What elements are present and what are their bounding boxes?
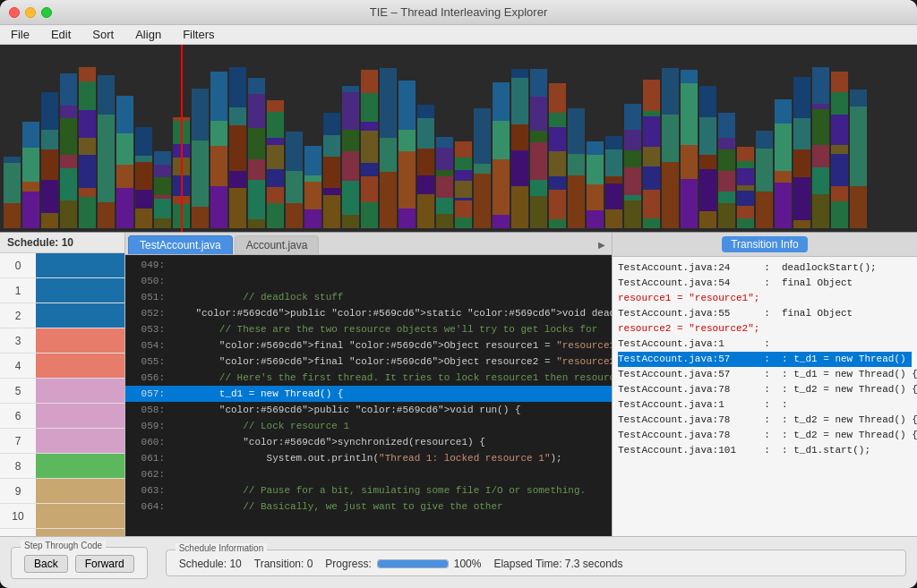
chart-bar-column[interactable] — [587, 48, 604, 228]
schedule-item[interactable]: 4 — [0, 354, 124, 379]
chart-bar-column[interactable] — [399, 48, 416, 228]
chart-bar-column[interactable] — [793, 48, 810, 228]
chart-bar-column[interactable] — [699, 48, 716, 228]
line-code: "color:#569cd6">public "color:#569cd6">v… — [172, 402, 521, 418]
code-line: 060: "color:#569cd6">synchronized(resour… — [125, 434, 612, 450]
transition-file: TestAccount.java:1 — [618, 397, 752, 413]
chart-bar-column[interactable] — [41, 48, 58, 228]
chart-bar-column[interactable] — [643, 48, 660, 228]
chart-bar-column[interactable] — [304, 48, 321, 228]
chart-bar-column[interactable] — [417, 48, 434, 228]
chart-bar-column[interactable] — [511, 48, 528, 228]
schedule-item[interactable]: 10 — [0, 504, 124, 529]
schedule-number: 0 — [0, 260, 36, 272]
chart-bar-column[interactable] — [323, 48, 340, 228]
schedule-number: 3 — [0, 335, 36, 347]
schedule-item[interactable]: 1 — [0, 278, 124, 303]
menu-file[interactable]: File — [7, 28, 33, 41]
schedule-item[interactable]: 11 — [0, 529, 124, 536]
maximize-button[interactable] — [41, 7, 52, 18]
chart-bar-segment — [79, 197, 96, 228]
chart-bar-column[interactable] — [361, 48, 378, 228]
transition-file: TestAccount.java:54 — [618, 276, 752, 291]
chart-bar-segment — [399, 209, 416, 228]
menu-edit[interactable]: Edit — [47, 28, 74, 41]
chart-bar-segment — [361, 176, 378, 203]
chart-bar-column[interactable] — [549, 48, 566, 228]
chart-bar-segment — [248, 128, 265, 159]
chart-bar-segment — [511, 124, 528, 150]
chart-bar-segment — [229, 67, 246, 107]
chart-bar-column[interactable] — [474, 48, 491, 228]
chart-bar-column[interactable] — [662, 48, 679, 228]
line-number: 064: — [129, 499, 165, 515]
menu-sort[interactable]: Sort — [89, 28, 117, 41]
chart-bar-column[interactable] — [812, 48, 829, 228]
chart-bar-column[interactable] — [850, 48, 867, 228]
tab-scroll[interactable]: ▶ — [595, 235, 609, 254]
chart-bar-segment — [775, 183, 792, 228]
chart-bar-column[interactable] — [154, 48, 171, 228]
schedule-item[interactable]: 9 — [0, 479, 124, 504]
schedule-item[interactable]: 3 — [0, 328, 124, 354]
menu-filters[interactable]: Filters — [179, 28, 218, 41]
chart-bar-column[interactable] — [98, 48, 115, 228]
chart-bar-segment — [267, 187, 284, 203]
chart-bar-column[interactable] — [22, 48, 39, 228]
chart-bar-column[interactable] — [286, 48, 303, 228]
chart-bar-column[interactable] — [135, 48, 152, 228]
schedule-item[interactable]: 5 — [0, 379, 124, 404]
chart-bar-column[interactable] — [681, 48, 698, 228]
chart-bar-column[interactable] — [605, 48, 622, 228]
chart-bar-column[interactable] — [756, 48, 773, 228]
chart-bar-column[interactable] — [718, 48, 735, 228]
chart-bar-column[interactable] — [568, 48, 585, 228]
transition-body: TestAccount.java:24 : deadlockStart();Te… — [613, 257, 917, 536]
chart-bar-segment — [812, 167, 829, 194]
chart-bar-segment — [718, 203, 735, 228]
tab-account[interactable]: Account.java — [235, 235, 320, 254]
chart-bar-segment — [549, 127, 566, 151]
chart-bar-column[interactable] — [267, 48, 284, 228]
chart-bar-column[interactable] — [210, 48, 227, 228]
chart-bar-column[interactable] — [248, 48, 265, 228]
chart-bar-column[interactable] — [380, 48, 397, 228]
line-code: System.out.println("Thread 1: locked res… — [172, 450, 562, 466]
chart-bar-column[interactable] — [229, 48, 246, 228]
chart-bar-column[interactable] — [624, 48, 641, 228]
schedule-item[interactable]: 2 — [0, 303, 124, 328]
chart-bar-segment — [831, 201, 848, 228]
schedule-item[interactable]: 8 — [0, 454, 124, 479]
back-button[interactable]: Back — [24, 555, 68, 573]
chart-bar-column[interactable] — [831, 48, 848, 228]
chart-bar-column[interactable] — [737, 48, 754, 228]
menu-align[interactable]: Align — [132, 28, 165, 41]
minimize-button[interactable] — [25, 7, 36, 18]
chart-bar-column[interactable] — [192, 48, 209, 228]
chart-bar-column[interactable] — [436, 48, 453, 228]
chart-bar-segment — [624, 130, 641, 150]
forward-button[interactable]: Forward — [75, 555, 134, 573]
chart-bar-column[interactable] — [4, 48, 21, 228]
close-button[interactable] — [9, 7, 20, 18]
code-body[interactable]: 049:050:051: // deadlock stuff052: "colo… — [125, 255, 612, 536]
transition-code: : final Object — [752, 276, 912, 291]
chart-bar-segment — [60, 200, 77, 228]
chart-bar-segment — [455, 217, 472, 228]
schedule-item[interactable]: 6 — [0, 404, 124, 429]
chart-bar-column[interactable] — [530, 48, 547, 228]
chart-bar-column[interactable] — [455, 48, 472, 228]
schedule-item[interactable]: 7 — [0, 429, 124, 454]
transition-info-button[interactable]: Transition Info — [722, 236, 808, 252]
chart-bar-column[interactable] — [79, 48, 96, 228]
chart-bar-segment — [399, 81, 416, 130]
chart-bar-column[interactable] — [116, 48, 133, 228]
chart-bar-column[interactable] — [493, 48, 510, 228]
line-number: 056: — [129, 370, 165, 386]
chart-bar-column[interactable] — [60, 48, 77, 228]
chart-bar-column[interactable] — [342, 48, 359, 228]
tab-testaccount[interactable]: TestAccount.java — [128, 235, 233, 254]
chart-area[interactable] — [0, 45, 917, 233]
schedule-item[interactable]: 0 — [0, 253, 124, 278]
chart-bar-column[interactable] — [775, 48, 792, 228]
